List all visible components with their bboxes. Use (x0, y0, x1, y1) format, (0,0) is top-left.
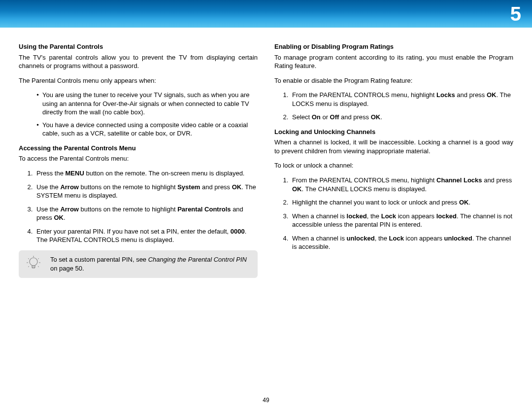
heading-accessing-menu: Accessing the Parental Controls Menu (19, 144, 258, 153)
step-item: From the PARENTAL CONTROLS menu, highlig… (290, 91, 513, 108)
page-number: 49 (263, 396, 269, 404)
step-item: Select On or Off and press OK. (290, 113, 513, 122)
step-item: Use the Arrow buttons on the remote to h… (34, 205, 258, 222)
paragraph: To enable or disable the Program Rating … (274, 76, 513, 85)
right-column: Enabling or Disabling Program Ratings To… (274, 42, 513, 278)
bullet-item: You have a device connected using a comp… (42, 121, 258, 138)
tip-callout: To set a custom parental PIN, see Changi… (19, 250, 258, 278)
bullet-item: You are using the tuner to receive your … (42, 91, 258, 117)
page-body: Using the Parental Controls The TV's par… (0, 28, 532, 278)
paragraph: To manage program content according to i… (274, 53, 513, 70)
step-item: From the PARENTAL CONTROLS menu, highlig… (290, 176, 513, 193)
svg-line-3 (28, 258, 29, 259)
paragraph: When a channel is locked, it will be ina… (274, 138, 513, 155)
numbered-list: Press the MENU button on the remote. The… (19, 169, 258, 244)
paragraph: The TV's parental controls allow you to … (19, 53, 258, 70)
svg-point-0 (30, 258, 37, 266)
paragraph: The Parental Controls menu only appears … (19, 76, 258, 85)
lightbulb-icon (26, 255, 41, 273)
svg-line-8 (38, 266, 39, 267)
bullet-list: You are using the tuner to receive your … (19, 91, 258, 138)
numbered-list: From the PARENTAL CONTROLS menu, highlig… (274, 91, 513, 122)
step-item: Highlight the channel you want to lock o… (290, 198, 513, 207)
heading-enabling-ratings: Enabling or Disabling Program Ratings (274, 42, 513, 51)
step-item: Press the MENU button on the remote. The… (34, 169, 258, 178)
svg-line-4 (38, 258, 39, 259)
step-item: Enter your parental PIN. If you have not… (34, 227, 258, 244)
svg-line-7 (28, 266, 29, 267)
numbered-list: From the PARENTAL CONTROLS menu, highlig… (274, 176, 513, 251)
paragraph: To access the Parental Controls menu: (19, 154, 258, 163)
chapter-number: 5 (510, 0, 521, 27)
heading-using-parental-controls: Using the Parental Controls (19, 42, 258, 51)
tip-text: To set a custom parental PIN, see Changi… (50, 255, 251, 273)
step-item: When a channel is locked, the Lock icon … (290, 212, 513, 229)
left-column: Using the Parental Controls The TV's par… (19, 42, 258, 278)
paragraph: To lock or unlock a channel: (274, 161, 513, 170)
step-item: Use the Arrow buttons on the remote to h… (34, 183, 258, 200)
heading-locking-channels: Locking and Unlocking Channels (274, 128, 513, 137)
step-item: When a channel is unlocked, the Lock ico… (290, 234, 513, 251)
chapter-header: 5 (0, 0, 532, 28)
